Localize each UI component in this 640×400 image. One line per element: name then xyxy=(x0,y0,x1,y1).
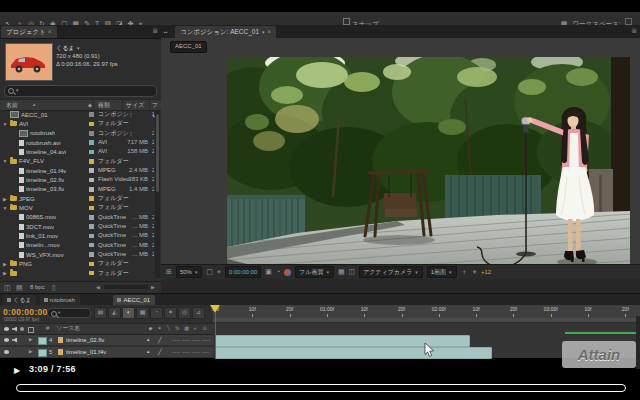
label-color-chip[interactable] xyxy=(89,150,94,155)
project-row[interactable]: WS_VFX.movQuickTime... MB29 xyxy=(0,250,154,259)
show-snapshot-icon[interactable]: ◔ xyxy=(276,267,280,277)
brainstorm-icon[interactable]: ✶ xyxy=(164,307,177,319)
timeline-tab-AECC_01[interactable]: AECC_01 xyxy=(113,295,155,305)
label-color-chip[interactable] xyxy=(89,234,94,239)
timeline-layer-row[interactable]: ▶5timeline_01.f4v▲╱ xyxy=(0,347,213,357)
label-color-chip[interactable] xyxy=(89,206,94,211)
quality-icon[interactable]: ▲ xyxy=(146,335,150,345)
composition-tab[interactable]: コンポジション: AECC_01 ▼ × xyxy=(175,26,276,38)
label-color-chip[interactable] xyxy=(89,131,94,136)
project-row[interactable]: timeline_04.aviAVI158 MB29 xyxy=(0,147,154,156)
frame-blend-icon[interactable]: ▦ xyxy=(136,307,149,319)
project-row[interactable]: ▼MOVフォルダー xyxy=(0,203,154,212)
twirl-icon[interactable]: ▶ xyxy=(29,335,32,345)
layer-bar[interactable] xyxy=(215,347,492,359)
label-color-chip[interactable] xyxy=(89,215,94,220)
hscroll-right-icon[interactable]: ▶ xyxy=(151,282,155,292)
project-row[interactable]: 0086S.movQuickTime... MB29 xyxy=(0,213,154,222)
label-color-chip[interactable] xyxy=(89,243,94,248)
snapshot-icon[interactable]: ▣ xyxy=(265,267,272,277)
timeline-button-icon[interactable]: ◫ xyxy=(349,267,356,277)
project-scrollbar[interactable] xyxy=(155,110,160,278)
fx-icon[interactable]: ╱ xyxy=(158,335,162,345)
layer-name[interactable]: timeline_01.f4v xyxy=(66,347,106,357)
bit-depth-button[interactable]: 8 bpc xyxy=(30,282,45,292)
project-row[interactable]: ▶JPEGフォルダー xyxy=(0,194,154,203)
label-color-chip[interactable] xyxy=(89,224,94,229)
playhead-handle[interactable] xyxy=(210,305,220,313)
timeline-layer-row[interactable]: ▶4timeline_02.flv▲╱ xyxy=(0,335,213,345)
eye-icon[interactable] xyxy=(4,350,9,354)
exposure-value[interactable]: +12 xyxy=(481,269,491,275)
quality-icon[interactable]: ▲ xyxy=(146,347,150,357)
label-color-chip[interactable] xyxy=(89,168,94,173)
layer-color-chip[interactable] xyxy=(38,349,47,358)
project-row[interactable]: AECC_01コンポジション29 xyxy=(0,110,154,119)
magnification-dropdown[interactable]: 50%▼ xyxy=(176,266,202,278)
speaker-icon[interactable] xyxy=(12,338,17,343)
motion-blur-icon[interactable]: ◔ xyxy=(150,307,163,319)
project-search-input[interactable]: ▾ xyxy=(4,85,157,97)
safe-margins-icon[interactable]: ▢ xyxy=(206,267,213,277)
footage-thumbnail[interactable] xyxy=(5,43,53,81)
timeline-tab-くるま[interactable]: くるま xyxy=(3,295,36,305)
project-row[interactable]: timeline_01.f4vMPEG2.4 MB29 xyxy=(0,166,154,175)
play-button[interactable]: ▶ xyxy=(14,366,20,375)
project-row[interactable]: timelin...movQuickTime... MB29 xyxy=(0,241,154,250)
project-row[interactable]: ▼F4V_FLVフォルダー xyxy=(0,157,154,166)
channels-icon[interactable] xyxy=(284,269,291,276)
hscroll-left-icon[interactable]: ◀ xyxy=(96,282,100,292)
project-row[interactable]: 3DCT.movQuickTime... MB29 xyxy=(0,222,154,231)
project-row[interactable]: timeline_03.flvMPEG1.4 MB29 xyxy=(0,185,154,194)
draft-3d-icon[interactable]: ◭ xyxy=(108,307,121,319)
label-color-chip[interactable] xyxy=(89,159,94,164)
project-row[interactable]: rotobrushコンポジション29 xyxy=(0,129,154,138)
project-tab-close-icon[interactable]: × xyxy=(48,28,52,35)
timeline-column-headers[interactable]: # ソース名 ◆✶╲fx▦◐⊙ xyxy=(0,323,213,335)
timeline-search-input[interactable]: ▾ xyxy=(47,308,91,318)
region-of-interest-icon[interactable]: ⊞ xyxy=(166,267,172,277)
exposure-sun-icon[interactable]: ☀ xyxy=(472,267,477,277)
project-row[interactable]: link_01.movQuickTime... MB29 xyxy=(0,231,154,240)
project-row[interactable]: ▼AVIフォルダー xyxy=(0,119,154,128)
comp-timecode[interactable]: 0:00:00:00 xyxy=(225,266,261,278)
work-area-bar[interactable] xyxy=(213,318,640,323)
comp-mini-flowchart-icon[interactable]: ▤ xyxy=(94,307,107,319)
hscrollbar[interactable] xyxy=(104,285,148,289)
label-color-chip[interactable] xyxy=(89,271,94,276)
label-color-chip[interactable] xyxy=(89,187,94,192)
comp-tab-caret-icon[interactable]: ▼ xyxy=(261,30,265,35)
layer-color-chip[interactable] xyxy=(38,337,47,346)
layer-name[interactable]: timeline_02.flv xyxy=(66,335,104,345)
project-row[interactable]: rotobrush.aviAVI717 MB29 xyxy=(0,138,154,147)
pixel-aspect-icon[interactable]: ＋ xyxy=(461,267,468,277)
label-color-chip[interactable] xyxy=(89,252,94,257)
seek-bar[interactable] xyxy=(16,384,626,392)
panel-menu-icon[interactable]: ≣ xyxy=(152,27,158,35)
project-row[interactable]: ▶PNGフォルダー xyxy=(0,259,154,268)
camera-dropdown[interactable]: アクティブカメラ▼ xyxy=(359,266,423,278)
label-color-chip[interactable] xyxy=(89,122,94,127)
label-color-chip[interactable] xyxy=(89,262,94,267)
label-color-chip[interactable] xyxy=(89,178,94,183)
auto-keyframe-icon[interactable]: ◎ xyxy=(178,307,191,319)
timeline-timecode[interactable]: 0:00:00:00 xyxy=(3,307,48,317)
resolution-dropdown[interactable]: フル画質▼ xyxy=(295,266,334,278)
comp-panel-menu-icon[interactable]: ≣ xyxy=(631,27,637,35)
timeline-tab-rotobrush[interactable]: rotobrush xyxy=(40,295,80,305)
eye-icon[interactable] xyxy=(4,338,9,342)
selected-item-name[interactable]: くるま ▼ xyxy=(56,44,81,53)
project-row[interactable]: ▶フォルダー xyxy=(0,269,154,278)
comp-mini-tab[interactable]: AECC_01 xyxy=(170,41,207,53)
label-color-chip[interactable] xyxy=(89,196,94,201)
timeline-scrollbar[interactable] xyxy=(636,316,640,369)
transparency-grid-icon[interactable]: ⌖ xyxy=(217,267,221,277)
comp-tab-close-icon[interactable]: × xyxy=(267,28,271,35)
project-row[interactable]: timeline_02.flvFlash Video383 KB29 xyxy=(0,175,154,184)
graph-editor-icon[interactable]: ⊿ xyxy=(192,307,205,319)
time-ruler[interactable]: :00f10f20f01:00f10f20f02:00f10f20f03:00f… xyxy=(213,305,640,319)
view-layout-dropdown[interactable]: 1画面▼ xyxy=(427,266,457,278)
label-color-chip[interactable] xyxy=(89,140,94,145)
project-tab[interactable]: プロジェクト × xyxy=(1,26,57,38)
fx-icon[interactable]: ╱ xyxy=(158,347,162,357)
